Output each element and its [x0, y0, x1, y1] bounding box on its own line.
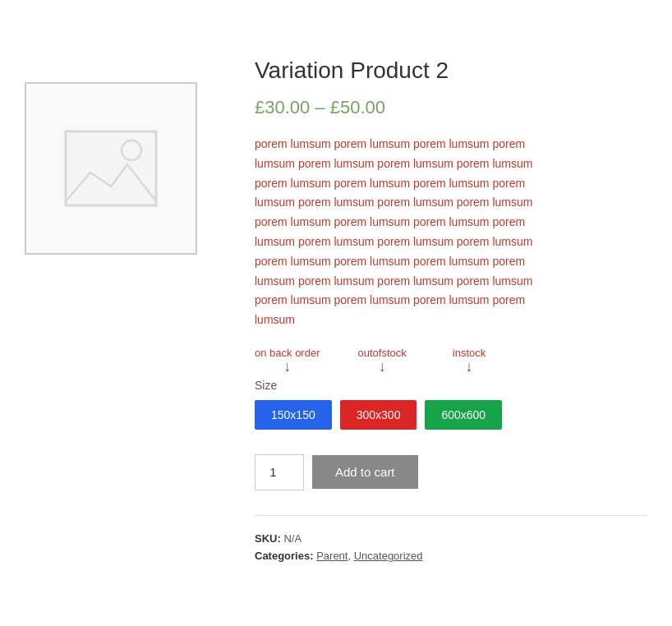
product-image-column	[25, 33, 222, 593]
size-label: Size	[255, 379, 647, 392]
annotation-instock-arrow: ↓	[466, 359, 473, 374]
section-divider	[255, 515, 647, 516]
annotation-out-of-stock-arrow: ↓	[379, 359, 386, 374]
sku-row: SKU: N/A	[255, 532, 647, 545]
svg-rect-0	[66, 131, 156, 205]
product-title: Variation Product 2	[255, 58, 647, 84]
quantity-input[interactable]	[255, 454, 304, 490]
annotation-back-order-label: on back order	[255, 347, 320, 359]
size-button-300x300[interactable]: 300x300	[340, 400, 417, 430]
size-button-600x600[interactable]: 600x600	[425, 400, 502, 430]
add-to-cart-button[interactable]: Add to cart	[312, 455, 418, 489]
annotation-instock: instock ↓	[453, 347, 486, 374]
product-details-column: Variation Product 2 £30.00 – £50.00 pore…	[255, 33, 647, 593]
category-link-uncategorized[interactable]: Uncategorized	[354, 550, 423, 562]
annotation-out-of-stock-label: outofstock	[358, 347, 407, 359]
product-price: £30.00 – £50.00	[255, 97, 647, 118]
product-description: porem lumsum porem lumsum porem lumsum p…	[255, 135, 567, 330]
category-link-parent[interactable]: Parent	[316, 550, 348, 562]
add-to-cart-row: Add to cart	[255, 454, 647, 490]
page-container: Variation Product 2 £30.00 – £50.00 pore…	[0, 0, 672, 626]
annotation-back-order-arrow: ↓	[283, 359, 291, 374]
placeholder-image-icon	[62, 127, 160, 209]
annotation-instock-label: instock	[453, 347, 486, 359]
sku-key-label: SKU:	[255, 532, 281, 545]
annotation-out-of-stock: outofstock ↓	[358, 347, 407, 374]
size-button-150x150[interactable]: 150x150	[255, 400, 332, 430]
annotation-back-order: on back order ↓	[255, 347, 320, 374]
svg-point-1	[122, 140, 141, 160]
stock-annotations-row: on back order ↓ outofstock ↓ instock ↓	[255, 347, 647, 374]
size-buttons-group: 150x150 300x300 600x600	[255, 400, 647, 430]
product-image-placeholder	[25, 82, 197, 255]
categories-row: Categories: Parent, Uncategorized	[255, 550, 647, 562]
categories-key-label: Categories:	[255, 550, 314, 562]
sku-value: N/A	[283, 532, 301, 545]
